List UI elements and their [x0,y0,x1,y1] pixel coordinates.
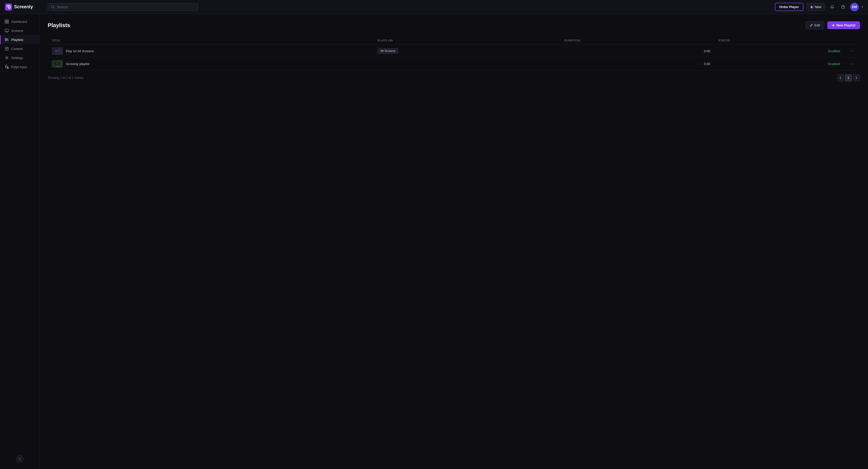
search-icon [51,5,55,9]
notification-button[interactable] [828,3,836,11]
sidebar-item-playlists[interactable]: Playlists [0,35,39,44]
sidebar-collapse-button[interactable] [16,455,24,463]
screenly-logo-icon [5,3,12,10]
svg-rect-14 [55,50,60,52]
row1-plays-on-cell: All Screens [373,45,560,58]
search-input[interactable] [57,5,195,9]
row1-title: Play on All Screens [66,49,94,53]
plus-icon [810,5,813,8]
chevron-right-icon [856,76,858,79]
sidebar-item-settings[interactable]: Settings [0,53,39,62]
plus-icon [832,24,835,27]
chevron-left-icon [839,76,841,79]
settings-icon [5,56,9,60]
row1-duration: 0:00 [560,45,714,58]
row1-title-content: Play on All Screens [52,47,369,55]
page-header: Playlists Edit New Playlist [48,21,860,29]
svg-rect-7 [5,22,6,23]
row2-actions: ··· [844,58,860,70]
table-header: TITLE PLAYS ON DURATION STATUS [48,36,860,45]
svg-point-12 [6,57,7,59]
row1-title-cell: Play on All Screens [48,45,373,58]
table-row[interactable]: Screenly playlist 0:30 Enabled ··· [48,58,860,70]
header: Screenly Order Player New [0,0,868,14]
edit-icon [810,24,813,27]
row2-title-content: Screenly playlist [52,60,369,67]
svg-rect-5 [5,20,6,21]
svg-rect-20 [57,65,58,65]
svg-rect-16 [55,51,58,52]
sidebar-settings-label: Settings [11,56,23,60]
pagination: 1 [837,74,860,81]
pagination-page-1-button[interactable]: 1 [845,74,852,81]
row1-plays-on-badge: All Screens [377,48,398,54]
sidebar-bottom [0,452,39,466]
body-layout: Dashboard Screens Playlists Content [0,14,868,469]
svg-point-1 [8,6,9,8]
bell-icon [830,5,834,9]
logo-text: Screenly [14,4,33,9]
svg-rect-9 [5,29,8,32]
playlist-thumb-icon [55,49,60,53]
col-header-actions [844,36,860,45]
row2-plays-on-cell [373,58,560,70]
svg-rect-8 [7,22,8,23]
page-actions: Edit New Playlist [805,21,860,29]
svg-rect-11 [5,47,8,50]
sidebar-item-screens[interactable]: Screens [0,26,39,35]
pagination-prev-button[interactable] [837,74,844,81]
svg-rect-15 [55,50,59,51]
sidebar: Dashboard Screens Playlists Content [0,14,40,469]
sidebar-dashboard-label: Dashboard [11,20,27,24]
row1-thumbnail [52,47,63,55]
row2-thumbnail [52,60,63,67]
row1-more-button[interactable]: ··· [848,48,856,54]
pagination-next-button[interactable] [853,74,860,81]
help-icon [841,5,845,9]
grid-icon [5,20,9,24]
col-header-duration: DURATION [560,36,714,45]
row2-more-button[interactable]: ··· [848,61,856,67]
sidebar-item-content[interactable]: Content [0,44,39,53]
logo: Screenly [5,3,43,10]
edge-icon [5,65,9,69]
sidebar-screens-label: Screens [11,29,23,33]
main-content: Playlists Edit New Playlist [40,14,868,469]
row1-status: Enabled [714,45,844,58]
sidebar-edge-apps-label: Edge Apps [11,65,27,69]
search-input-wrap [48,3,198,11]
search-container [48,3,198,11]
sidebar-item-edge-apps[interactable]: Edge Apps [0,62,39,71]
col-header-status: STATUS [714,36,844,45]
showing-text: Showing 1 to 2 of 2 entries [48,76,83,80]
playlist-screen-thumb-icon [55,62,60,65]
content-icon [5,47,9,51]
row1-actions: ··· [844,45,860,58]
sidebar-playlists-label: Playlists [11,38,23,42]
header-right: Order Player New DM ▾ [775,3,863,11]
page-title: Playlists [48,22,70,29]
col-header-plays-on: PLAYS ON [373,36,560,45]
svg-rect-6 [7,20,8,21]
row2-title-cell: Screenly playlist [48,58,373,70]
new-button[interactable]: New [806,3,825,11]
row2-title: Screenly playlist [66,62,89,66]
arrow-left-icon [18,457,22,461]
monitor-icon [5,29,9,33]
row2-status: Enabled [714,58,844,70]
avatar-caret[interactable]: ▾ [862,5,863,8]
avatar[interactable]: DM [850,3,859,11]
playlist-icon [5,38,9,42]
table-body: Play on All Screens All Screens 0:00 Ena… [48,45,860,70]
row2-duration: 0:30 [560,58,714,70]
new-playlist-button[interactable]: New Playlist [827,21,860,29]
help-button[interactable] [839,3,847,11]
order-player-button[interactable]: Order Player [775,3,803,11]
edit-button[interactable]: Edit [805,21,824,29]
svg-rect-19 [56,63,59,64]
sidebar-content-label: Content [11,47,23,51]
sidebar-item-dashboard[interactable]: Dashboard [0,17,39,26]
table-row[interactable]: Play on All Screens All Screens 0:00 Ena… [48,45,860,58]
svg-point-4 [843,7,843,8]
col-header-title: TITLE [48,36,373,45]
